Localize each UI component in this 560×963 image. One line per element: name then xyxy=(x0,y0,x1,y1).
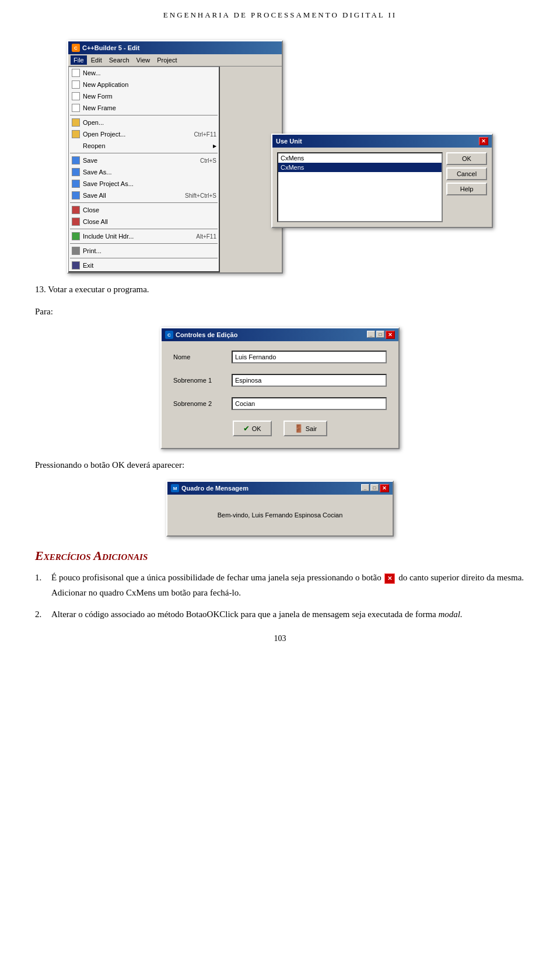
menu-print[interactable]: Print... xyxy=(69,245,219,257)
use-unit-listbox[interactable]: CxMens CxMens xyxy=(277,152,443,222)
sep5 xyxy=(70,243,218,244)
menu-open[interactable]: Open... xyxy=(69,117,219,128)
sobrenome2-label: Sobrenome 2 xyxy=(173,400,232,407)
use-unit-buttons: OK Cancel Help xyxy=(446,152,487,222)
page-content: C C++Builder 5 - Edit File Edit Search V… xyxy=(0,26,560,667)
sep1 xyxy=(70,115,218,115)
save-as-icon xyxy=(71,167,80,177)
menu-search[interactable]: Search xyxy=(106,55,132,65)
controles-window: C Controles de Edição _ □ ✕ Nome Sobreno… xyxy=(160,327,400,449)
controles-max-btn[interactable]: □ xyxy=(376,331,384,338)
cpp-title-icon: C xyxy=(72,44,80,52)
cpp-title-text: C++Builder 5 - Edit xyxy=(82,44,139,51)
reopen-arrow: ▶ xyxy=(213,143,216,149)
mensagem-close-btn[interactable]: ✕ xyxy=(380,484,389,492)
mensagem-text: Bem-vindo, Luis Fernando Espinosa Cocian xyxy=(218,512,343,519)
menu-save-all[interactable]: Save All Shift+Ctrl+S xyxy=(69,190,219,201)
exercise-1: 1. É pouco profisisonal que a única poss… xyxy=(35,570,525,600)
exercise-1-num: 1. xyxy=(35,570,47,586)
file-dropdown: New... New Application New Form New Fram… xyxy=(68,66,220,272)
list-item-cxmens1[interactable]: CxMens xyxy=(278,153,442,163)
cpp-title-bar: C C++Builder 5 - Edit xyxy=(68,41,282,54)
mensagem-max-btn[interactable]: □ xyxy=(370,484,379,491)
exercise-1-text: É pouco profisisonal que a única possibi… xyxy=(51,570,525,600)
exercise-2-num: 2. xyxy=(35,607,47,622)
mensagem-title-text: Quadro de Mensagem xyxy=(181,485,249,492)
new-form-icon xyxy=(71,92,80,101)
use-unit-dialog: Use Unit ✕ CxMens CxMens OK Cancel Help xyxy=(271,134,493,228)
sep2 xyxy=(70,153,218,153)
nome-input[interactable] xyxy=(232,351,387,363)
sep6 xyxy=(70,258,218,258)
exercises-title: Exercícios Adicionais xyxy=(35,548,525,563)
para-para: Para: xyxy=(35,304,525,318)
menu-save[interactable]: Save Ctrl+S xyxy=(69,155,219,166)
menu-with-dialog: C C++Builder 5 - Edit File Edit Search V… xyxy=(67,40,493,274)
sobrenome1-input[interactable] xyxy=(232,374,387,387)
use-unit-title-bar: Use Unit ✕ xyxy=(272,135,492,148)
page-number: 103 xyxy=(35,634,525,655)
use-unit-body: CxMens CxMens OK Cancel Help xyxy=(272,148,492,227)
para-votar: 13. Votar a executar o programa. xyxy=(35,282,525,296)
menu-open-project[interactable]: Open Project... Ctrl+F11 xyxy=(69,128,219,140)
controles-win-buttons: _ □ ✕ xyxy=(367,331,395,339)
include-unit-icon xyxy=(71,232,80,241)
menu-new-frame[interactable]: New Frame xyxy=(69,102,219,114)
menu-file[interactable]: File xyxy=(71,55,87,65)
menu-save-project-as[interactable]: Save Project As... xyxy=(69,178,219,190)
page-header: Engenharia de Processamento Digital II xyxy=(0,0,560,26)
exercise-2: 2. Alterar o código associado ao método … xyxy=(35,607,525,622)
use-unit-close-btn[interactable]: ✕ xyxy=(479,137,488,145)
list-item-cxmens2[interactable]: CxMens xyxy=(278,163,442,172)
menu-include-unit[interactable]: Include Unit Hdr... Alt+F11 xyxy=(69,230,219,242)
ok-button[interactable]: OK xyxy=(446,152,487,165)
cancel-button[interactable]: Cancel xyxy=(446,167,487,180)
include-unit-shortcut: Alt+F11 xyxy=(196,233,216,240)
open-project-icon xyxy=(71,129,80,139)
controles-close-btn[interactable]: ✕ xyxy=(386,331,395,339)
controles-min-btn[interactable]: _ xyxy=(367,331,375,338)
open-icon xyxy=(71,118,80,127)
close-all-icon xyxy=(71,217,80,226)
new-frame-icon xyxy=(71,103,80,113)
menu-view[interactable]: View xyxy=(134,55,153,65)
mensagem-title-bar: M Quadro de Mensagem _ □ ✕ xyxy=(167,482,393,495)
exit-icon xyxy=(71,261,80,270)
menu-new-application[interactable]: New Application xyxy=(69,79,219,90)
cpp-builder-window: C C++Builder 5 - Edit File Edit Search V… xyxy=(67,40,283,274)
para-pressionando: Pressionando o botão OK deverá aparecer: xyxy=(35,458,525,472)
controles-container: C Controles de Edição _ □ ✕ Nome Sobreno… xyxy=(35,327,525,449)
print-icon xyxy=(71,246,80,255)
modal-text: modal. xyxy=(439,610,463,619)
ok-checkmark-icon: ✔ xyxy=(243,424,250,433)
mensagem-window: M Quadro de Mensagem _ □ ✕ Bem-vindo, Lu… xyxy=(166,481,394,537)
controles-ok-btn[interactable]: ✔ OK xyxy=(233,421,272,436)
nome-row: Nome xyxy=(173,351,387,363)
close-icon xyxy=(71,205,80,215)
save-all-shortcut: Shift+Ctrl+S xyxy=(185,192,216,199)
controles-sair-btn[interactable]: 🚪 Sair xyxy=(284,421,328,436)
controles-title-text: Controles de Edição xyxy=(176,331,237,338)
sobrenome2-row: Sobrenome 2 xyxy=(173,397,387,410)
menu-new-form[interactable]: New Form xyxy=(69,90,219,102)
exercise-2-text: Alterar o código associado ao método Bot… xyxy=(51,607,525,622)
save-all-icon xyxy=(71,191,80,200)
menu-close[interactable]: Close xyxy=(69,204,219,216)
sobrenome1-label: Sobrenome 1 xyxy=(173,377,232,384)
controles-title-bar: C Controles de Edição _ □ ✕ xyxy=(162,328,398,341)
new-icon xyxy=(71,68,80,78)
mensagem-min-btn[interactable]: _ xyxy=(361,484,369,491)
controles-body: Nome Sobrenome 1 Sobrenome 2 ✔ OK xyxy=(162,341,398,448)
menu-project[interactable]: Project xyxy=(154,55,180,65)
menu-new[interactable]: New... xyxy=(69,67,219,79)
menu-close-all[interactable]: Close All xyxy=(69,216,219,227)
cpp-menu-bar[interactable]: File Edit Search View Project xyxy=(68,54,282,66)
sobrenome1-row: Sobrenome 1 xyxy=(173,374,387,387)
new-app-icon xyxy=(71,80,80,89)
menu-reopen[interactable]: Reopen ▶ xyxy=(69,140,219,152)
menu-exit[interactable]: Exit xyxy=(69,260,219,271)
menu-edit[interactable]: Edit xyxy=(88,55,105,65)
menu-save-as[interactable]: Save As... xyxy=(69,166,219,178)
help-button[interactable]: Help xyxy=(446,183,487,195)
sobrenome2-input[interactable] xyxy=(232,397,387,410)
